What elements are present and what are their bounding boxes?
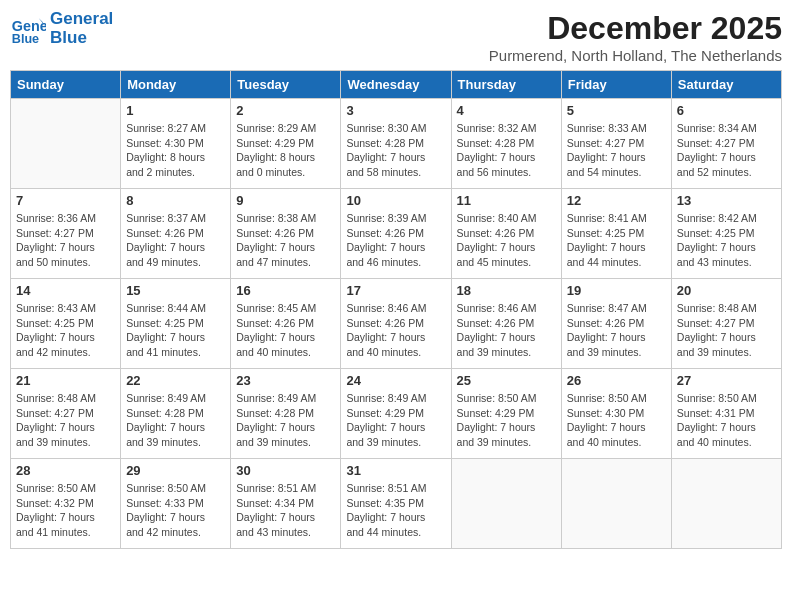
logo: General Blue General Blue <box>10 10 113 47</box>
day-info: Sunrise: 8:30 AM Sunset: 4:28 PM Dayligh… <box>346 121 445 180</box>
calendar-cell: 29Sunrise: 8:50 AM Sunset: 4:33 PM Dayli… <box>121 459 231 549</box>
logo-icon: General Blue <box>10 11 46 47</box>
calendar-body: 1Sunrise: 8:27 AM Sunset: 4:30 PM Daylig… <box>11 99 782 549</box>
day-info: Sunrise: 8:48 AM Sunset: 4:27 PM Dayligh… <box>16 391 115 450</box>
day-info: Sunrise: 8:46 AM Sunset: 4:26 PM Dayligh… <box>346 301 445 360</box>
day-info: Sunrise: 8:40 AM Sunset: 4:26 PM Dayligh… <box>457 211 556 270</box>
day-info: Sunrise: 8:44 AM Sunset: 4:25 PM Dayligh… <box>126 301 225 360</box>
day-number: 12 <box>567 193 666 208</box>
day-number: 31 <box>346 463 445 478</box>
logo-line1: General <box>50 10 113 29</box>
day-number: 23 <box>236 373 335 388</box>
day-info: Sunrise: 8:38 AM Sunset: 4:26 PM Dayligh… <box>236 211 335 270</box>
calendar-cell: 1Sunrise: 8:27 AM Sunset: 4:30 PM Daylig… <box>121 99 231 189</box>
day-info: Sunrise: 8:50 AM Sunset: 4:29 PM Dayligh… <box>457 391 556 450</box>
calendar-cell: 15Sunrise: 8:44 AM Sunset: 4:25 PM Dayli… <box>121 279 231 369</box>
weekday-sunday: Sunday <box>11 71 121 99</box>
day-number: 21 <box>16 373 115 388</box>
calendar-cell: 26Sunrise: 8:50 AM Sunset: 4:30 PM Dayli… <box>561 369 671 459</box>
day-info: Sunrise: 8:49 AM Sunset: 4:29 PM Dayligh… <box>346 391 445 450</box>
calendar-cell: 30Sunrise: 8:51 AM Sunset: 4:34 PM Dayli… <box>231 459 341 549</box>
calendar-cell: 6Sunrise: 8:34 AM Sunset: 4:27 PM Daylig… <box>671 99 781 189</box>
calendar-cell: 16Sunrise: 8:45 AM Sunset: 4:26 PM Dayli… <box>231 279 341 369</box>
calendar-cell: 21Sunrise: 8:48 AM Sunset: 4:27 PM Dayli… <box>11 369 121 459</box>
calendar-cell: 4Sunrise: 8:32 AM Sunset: 4:28 PM Daylig… <box>451 99 561 189</box>
day-number: 22 <box>126 373 225 388</box>
week-row-2: 7Sunrise: 8:36 AM Sunset: 4:27 PM Daylig… <box>11 189 782 279</box>
day-number: 26 <box>567 373 666 388</box>
week-row-3: 14Sunrise: 8:43 AM Sunset: 4:25 PM Dayli… <box>11 279 782 369</box>
day-info: Sunrise: 8:36 AM Sunset: 4:27 PM Dayligh… <box>16 211 115 270</box>
calendar-cell: 17Sunrise: 8:46 AM Sunset: 4:26 PM Dayli… <box>341 279 451 369</box>
day-info: Sunrise: 8:51 AM Sunset: 4:35 PM Dayligh… <box>346 481 445 540</box>
location: Purmerend, North Holland, The Netherland… <box>489 47 782 64</box>
calendar-cell: 7Sunrise: 8:36 AM Sunset: 4:27 PM Daylig… <box>11 189 121 279</box>
day-number: 18 <box>457 283 556 298</box>
day-number: 10 <box>346 193 445 208</box>
day-number: 27 <box>677 373 776 388</box>
day-info: Sunrise: 8:47 AM Sunset: 4:26 PM Dayligh… <box>567 301 666 360</box>
weekday-tuesday: Tuesday <box>231 71 341 99</box>
calendar-cell: 3Sunrise: 8:30 AM Sunset: 4:28 PM Daylig… <box>341 99 451 189</box>
day-info: Sunrise: 8:48 AM Sunset: 4:27 PM Dayligh… <box>677 301 776 360</box>
calendar-cell: 5Sunrise: 8:33 AM Sunset: 4:27 PM Daylig… <box>561 99 671 189</box>
calendar-cell: 19Sunrise: 8:47 AM Sunset: 4:26 PM Dayli… <box>561 279 671 369</box>
day-number: 25 <box>457 373 556 388</box>
day-number: 30 <box>236 463 335 478</box>
day-info: Sunrise: 8:34 AM Sunset: 4:27 PM Dayligh… <box>677 121 776 180</box>
day-number: 16 <box>236 283 335 298</box>
calendar-cell <box>561 459 671 549</box>
day-number: 1 <box>126 103 225 118</box>
day-number: 17 <box>346 283 445 298</box>
calendar-cell: 25Sunrise: 8:50 AM Sunset: 4:29 PM Dayli… <box>451 369 561 459</box>
day-number: 20 <box>677 283 776 298</box>
calendar-cell: 12Sunrise: 8:41 AM Sunset: 4:25 PM Dayli… <box>561 189 671 279</box>
day-number: 13 <box>677 193 776 208</box>
title-block: December 2025 Purmerend, North Holland, … <box>489 10 782 64</box>
calendar-cell: 11Sunrise: 8:40 AM Sunset: 4:26 PM Dayli… <box>451 189 561 279</box>
day-info: Sunrise: 8:50 AM Sunset: 4:31 PM Dayligh… <box>677 391 776 450</box>
day-info: Sunrise: 8:50 AM Sunset: 4:32 PM Dayligh… <box>16 481 115 540</box>
calendar-cell: 8Sunrise: 8:37 AM Sunset: 4:26 PM Daylig… <box>121 189 231 279</box>
month-year: December 2025 <box>489 10 782 47</box>
weekday-saturday: Saturday <box>671 71 781 99</box>
calendar-cell: 13Sunrise: 8:42 AM Sunset: 4:25 PM Dayli… <box>671 189 781 279</box>
day-number: 14 <box>16 283 115 298</box>
logo-line2: Blue <box>50 29 113 48</box>
day-info: Sunrise: 8:50 AM Sunset: 4:33 PM Dayligh… <box>126 481 225 540</box>
day-info: Sunrise: 8:32 AM Sunset: 4:28 PM Dayligh… <box>457 121 556 180</box>
day-info: Sunrise: 8:29 AM Sunset: 4:29 PM Dayligh… <box>236 121 335 180</box>
weekday-friday: Friday <box>561 71 671 99</box>
day-number: 6 <box>677 103 776 118</box>
page-header: General Blue General Blue December 2025 … <box>10 10 782 64</box>
day-number: 7 <box>16 193 115 208</box>
day-number: 5 <box>567 103 666 118</box>
day-number: 29 <box>126 463 225 478</box>
calendar-cell: 23Sunrise: 8:49 AM Sunset: 4:28 PM Dayli… <box>231 369 341 459</box>
calendar-cell: 28Sunrise: 8:50 AM Sunset: 4:32 PM Dayli… <box>11 459 121 549</box>
day-info: Sunrise: 8:49 AM Sunset: 4:28 PM Dayligh… <box>236 391 335 450</box>
weekday-monday: Monday <box>121 71 231 99</box>
day-number: 15 <box>126 283 225 298</box>
calendar-cell: 27Sunrise: 8:50 AM Sunset: 4:31 PM Dayli… <box>671 369 781 459</box>
day-number: 8 <box>126 193 225 208</box>
calendar-cell: 10Sunrise: 8:39 AM Sunset: 4:26 PM Dayli… <box>341 189 451 279</box>
calendar-cell <box>671 459 781 549</box>
day-info: Sunrise: 8:37 AM Sunset: 4:26 PM Dayligh… <box>126 211 225 270</box>
day-number: 4 <box>457 103 556 118</box>
day-number: 11 <box>457 193 556 208</box>
calendar-cell <box>451 459 561 549</box>
day-info: Sunrise: 8:27 AM Sunset: 4:30 PM Dayligh… <box>126 121 225 180</box>
weekday-wednesday: Wednesday <box>341 71 451 99</box>
day-number: 28 <box>16 463 115 478</box>
week-row-5: 28Sunrise: 8:50 AM Sunset: 4:32 PM Dayli… <box>11 459 782 549</box>
calendar-cell: 9Sunrise: 8:38 AM Sunset: 4:26 PM Daylig… <box>231 189 341 279</box>
day-info: Sunrise: 8:42 AM Sunset: 4:25 PM Dayligh… <box>677 211 776 270</box>
weekday-thursday: Thursday <box>451 71 561 99</box>
calendar-cell: 20Sunrise: 8:48 AM Sunset: 4:27 PM Dayli… <box>671 279 781 369</box>
day-info: Sunrise: 8:39 AM Sunset: 4:26 PM Dayligh… <box>346 211 445 270</box>
day-info: Sunrise: 8:49 AM Sunset: 4:28 PM Dayligh… <box>126 391 225 450</box>
day-info: Sunrise: 8:45 AM Sunset: 4:26 PM Dayligh… <box>236 301 335 360</box>
day-info: Sunrise: 8:50 AM Sunset: 4:30 PM Dayligh… <box>567 391 666 450</box>
day-info: Sunrise: 8:46 AM Sunset: 4:26 PM Dayligh… <box>457 301 556 360</box>
